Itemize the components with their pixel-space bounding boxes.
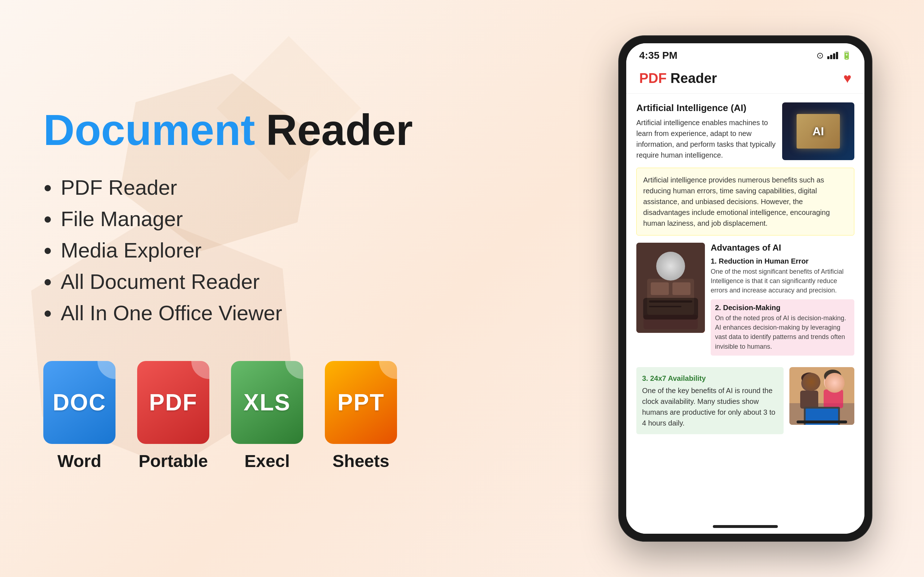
- people-svg: [789, 367, 855, 425]
- svg-rect-15: [824, 390, 843, 408]
- app-title-reader: Reader: [667, 71, 717, 86]
- svg-rect-7: [649, 300, 692, 303]
- ai-article-body: Artificial intelligence enables machines…: [636, 117, 776, 161]
- advantages-section: Advantages of AI 1. Reduction in Human E…: [636, 243, 855, 360]
- file-type-xls: XLS Execl: [231, 361, 303, 471]
- svg-point-3: [666, 260, 675, 269]
- ppt-name: Sheets: [333, 451, 389, 471]
- svg-rect-6: [672, 282, 690, 295]
- advantage-item-2: 2. Decision-Making On of the noted pros …: [711, 299, 855, 355]
- ai-chip-image: AI: [782, 102, 855, 160]
- feature-item: File Manager: [43, 206, 574, 231]
- xls-icon: XLS: [231, 361, 303, 444]
- file-icons-row: DOC Word PDF Portable XLS Execl PPT: [43, 361, 574, 471]
- app-title: PDF Reader: [639, 71, 717, 86]
- doc-name: Word: [57, 451, 102, 471]
- file-type-ppt: PPT Sheets: [325, 361, 397, 471]
- status-icons: ⊙ 🔋: [816, 50, 851, 61]
- pdf-content: Artificial Intelligence (AI) Artificial …: [626, 94, 864, 519]
- right-section: 4:35 PM ⊙ 🔋 PDF: [610, 36, 881, 541]
- title-reader: Reader: [266, 106, 413, 154]
- heart-icon[interactable]: ♥: [843, 71, 851, 86]
- advantage-2-title: 2. Decision-Making: [715, 304, 850, 312]
- section-3: 3. 24x7 Availability One of the key bene…: [636, 367, 855, 434]
- doc-label: DOC: [53, 389, 106, 416]
- xls-label: XLS: [244, 389, 291, 416]
- advantages-title: Advantages of AI: [711, 243, 855, 253]
- app-header: PDF Reader ♥: [626, 65, 864, 94]
- home-bar: [713, 525, 778, 528]
- signal-bar-4: [836, 52, 838, 59]
- yellow-highlight-block: Artificial intelligence provides numerou…: [636, 168, 855, 235]
- status-bar: 4:35 PM ⊙ 🔋: [626, 43, 864, 65]
- home-indicator: [626, 519, 864, 534]
- ai-chip-visual: AI: [782, 102, 855, 160]
- svg-rect-18: [796, 421, 847, 423]
- svg-point-20: [824, 370, 842, 383]
- svg-rect-9: [643, 315, 698, 329]
- robot-image: [636, 243, 705, 333]
- xls-name: Execl: [244, 451, 289, 471]
- pdf-icon: PDF: [137, 361, 209, 444]
- ppt-icon: PPT: [325, 361, 397, 444]
- signal-bar-3: [833, 53, 835, 59]
- main-title: Document Reader: [43, 106, 574, 154]
- advantage-2-body: On of the noted pros of AI is decision-m…: [715, 313, 850, 351]
- wifi-icon: ⊙: [816, 50, 824, 61]
- file-type-pdf: PDF Portable: [137, 361, 209, 471]
- section3-title: 3. 24x7 Availability: [642, 373, 778, 384]
- feature-item: All In One Office Viewer: [43, 301, 574, 325]
- app-title-pdf: PDF: [639, 71, 667, 86]
- section3-body: One of the key benefits of AI is round t…: [642, 385, 778, 429]
- svg-point-2: [662, 255, 680, 273]
- title-document: Document: [43, 106, 255, 154]
- svg-rect-5: [651, 282, 669, 295]
- doc-icon: DOC: [43, 361, 115, 444]
- signal-bar-2: [830, 55, 832, 59]
- status-time: 4:35 PM: [639, 50, 677, 61]
- pdf-name: Portable: [139, 451, 208, 471]
- features-list: PDF ReaderFile ManagerMedia ExplorerAll …: [43, 175, 574, 325]
- svg-point-12: [801, 376, 817, 391]
- feature-item: All Document Reader: [43, 269, 574, 293]
- left-section: Document Reader PDF ReaderFile ManagerMe…: [43, 106, 574, 471]
- advantage-item-1: 1. Reduction in Human Error One of the m…: [711, 257, 855, 295]
- feature-item: Media Explorer: [43, 238, 574, 262]
- main-container: Document Reader PDF ReaderFile ManagerMe…: [0, 0, 924, 577]
- ai-chip-text: AI: [813, 125, 824, 138]
- phone-screen: 4:35 PM ⊙ 🔋 PDF: [626, 43, 864, 534]
- people-image: [789, 367, 855, 425]
- ai-article-title: Artificial Intelligence (AI): [636, 102, 776, 114]
- svg-point-19: [801, 372, 817, 384]
- battery-icon: 🔋: [842, 51, 851, 60]
- article-section-1: Artificial Intelligence (AI) Artificial …: [636, 102, 855, 161]
- svg-point-1: [658, 252, 683, 277]
- pdf-label: PDF: [149, 389, 197, 416]
- file-type-doc: DOC Word: [43, 361, 115, 471]
- ppt-label: PPT: [338, 389, 384, 416]
- article-text-block: Artificial Intelligence (AI) Artificial …: [636, 102, 776, 161]
- feature-item: PDF Reader: [43, 175, 574, 200]
- green-highlight-block: 3. 24x7 Availability One of the key bene…: [636, 367, 783, 434]
- advantages-text: Advantages of AI 1. Reduction in Human E…: [711, 243, 855, 360]
- signal-bars: [827, 52, 838, 59]
- svg-rect-13: [800, 390, 818, 409]
- signal-bar-1: [827, 56, 829, 59]
- robot-svg: [636, 243, 705, 333]
- svg-rect-8: [649, 306, 682, 307]
- phone-mockup: 4:35 PM ⊙ 🔋 PDF: [619, 36, 872, 541]
- advantage-1-title: 1. Reduction in Human Error: [711, 257, 855, 266]
- advantage-1-body: One of the most significant benefits of …: [711, 267, 855, 295]
